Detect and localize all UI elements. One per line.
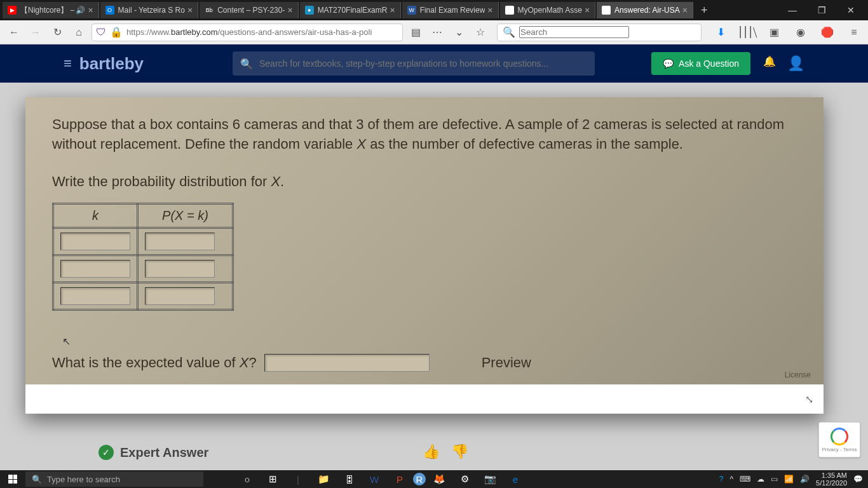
maximize-button[interactable]: ❐ <box>807 0 836 20</box>
question-image: ↖ Suppose that a box contains 6 cameras … <box>25 97 824 384</box>
ublock-icon[interactable]: 🛑 <box>818 24 836 41</box>
browser-tabstrip: ▶【Nightcore】 –🔊×OMail - Yetzeira S Ro×Bb… <box>0 0 868 20</box>
tab-close-icon[interactable]: × <box>487 5 492 15</box>
ask-question-button[interactable]: 💬 Ask a Question <box>651 52 750 75</box>
input-k-1[interactable] <box>60 233 130 250</box>
camera-icon[interactable]: 📷 <box>478 470 502 488</box>
firefox-icon[interactable]: 🦊 <box>427 470 451 488</box>
search-icon: 🔍 <box>503 26 515 38</box>
cortana-icon[interactable]: ○ <box>235 470 259 488</box>
hamburger-icon[interactable]: ≡ <box>64 55 72 72</box>
license-label: License <box>785 370 811 379</box>
collapse-icon[interactable]: ⤡ <box>805 393 813 405</box>
battery-icon[interactable]: ▭ <box>771 475 778 484</box>
browser-tab[interactable]: OMail - Yetzeira S Ro× <box>100 2 199 18</box>
settings-icon[interactable]: ⚙ <box>452 470 477 488</box>
audio-icon[interactable]: 🔊 <box>76 6 85 15</box>
browser-tab[interactable]: bAnswered: Air-USA× <box>597 2 693 18</box>
site-search-input[interactable] <box>259 58 587 69</box>
bell-icon[interactable]: 🔔 <box>763 55 776 72</box>
back-button[interactable]: ← <box>5 24 23 41</box>
browser-tab[interactable]: ▶【Nightcore】 –🔊× <box>3 2 99 18</box>
recaptcha-text: Privacy - Terms <box>822 447 857 452</box>
tab-close-icon[interactable]: × <box>187 5 193 15</box>
tab-close-icon[interactable]: × <box>585 5 590 15</box>
keyboard-icon[interactable]: ⌨ <box>740 475 750 484</box>
lock-icon: 🔒 <box>110 26 123 38</box>
help-icon[interactable]: ? <box>719 475 724 484</box>
word-icon[interactable]: W <box>362 470 386 488</box>
lightbox-toolbar: ⤡ <box>25 384 824 414</box>
powerpoint-icon[interactable]: P <box>388 470 412 488</box>
library-icon[interactable]: ⎮⎮⎮⧹ <box>738 24 756 41</box>
thumbs-down-icon[interactable]: 👎 <box>451 444 468 460</box>
menu-icon[interactable]: ≡ <box>845 24 863 41</box>
tab-favicon-icon: ▶ <box>8 6 17 15</box>
url-bar[interactable]: 🛡 🔒 https://www.bartleby.com/questions-a… <box>92 24 403 41</box>
notifications-icon[interactable]: 💬 <box>853 475 863 484</box>
input-k-3[interactable] <box>60 287 130 305</box>
more-icon[interactable]: ⋯ <box>428 24 446 41</box>
home-button[interactable]: ⌂ <box>70 24 88 41</box>
edge-icon[interactable]: e <box>503 470 527 488</box>
start-button[interactable] <box>0 470 25 488</box>
check-icon: ✓ <box>98 445 114 460</box>
pocket-icon[interactable]: ⌄ <box>450 24 468 41</box>
probability-table: k P(X = k) <box>52 203 234 311</box>
recaptcha-badge[interactable]: Privacy - Terms <box>818 422 860 458</box>
tab-close-icon[interactable]: × <box>88 5 93 15</box>
browser-tab[interactable]: MMyOpenMath Asse× <box>500 2 596 18</box>
volume-icon[interactable]: 🔊 <box>800 475 810 484</box>
tab-title: Answered: Air-USA <box>614 6 680 15</box>
minimize-button[interactable]: — <box>778 0 807 20</box>
feedback-buttons: 👍 👎 <box>423 444 468 460</box>
tab-favicon-icon: M <box>505 6 514 15</box>
tray-chevron-icon[interactable]: ^ <box>729 475 733 484</box>
wifi-icon[interactable]: 📶 <box>784 475 794 484</box>
file-explorer-icon[interactable]: 📁 <box>311 470 336 488</box>
task-view-icon[interactable]: ⊞ <box>261 470 285 488</box>
tab-favicon-icon: O <box>105 6 114 15</box>
tab-title: MAT270FinalExamR <box>318 6 388 15</box>
new-tab-button[interactable]: + <box>695 4 714 17</box>
account-icon[interactable]: ◉ <box>792 24 810 41</box>
tab-close-icon[interactable]: × <box>390 5 395 15</box>
question-text-1: Suppose that a box contains 6 cameras an… <box>52 115 797 154</box>
input-p-3[interactable] <box>145 287 215 305</box>
expected-value-input[interactable] <box>264 354 430 372</box>
table-header-pk: P(X = k) <box>138 204 233 228</box>
browser-tab[interactable]: ●MAT270FinalExamR× <box>300 2 401 18</box>
reader-mode-icon[interactable]: ▤ <box>407 24 424 41</box>
cursor-icon: ↖ <box>62 336 71 348</box>
tab-close-icon[interactable]: × <box>682 5 688 15</box>
downloads-icon[interactable]: ⬇ <box>712 24 729 41</box>
taskbar-search[interactable]: 🔍 Type here to search <box>25 471 203 487</box>
browser-search-bar[interactable]: 🔍 <box>497 24 702 41</box>
ask-question-label: Ask a Question <box>679 58 739 69</box>
tab-close-icon[interactable]: × <box>287 5 292 15</box>
taskbar-clock[interactable]: 1:35 AM 5/12/2020 <box>816 471 847 487</box>
tab-favicon-icon: ● <box>305 6 314 15</box>
input-k-2[interactable] <box>60 260 130 278</box>
cloud-icon[interactable]: ☁ <box>757 475 764 484</box>
bookmark-star-icon[interactable]: ☆ <box>471 24 489 41</box>
brand-logo[interactable]: bartleby <box>79 54 144 74</box>
reload-button[interactable]: ↻ <box>48 24 66 41</box>
preview-button[interactable]: Preview <box>482 355 531 371</box>
browser-tab[interactable]: BbContent – PSY-230-× <box>200 2 298 18</box>
site-search-bar[interactable]: 🔍 <box>233 51 595 76</box>
r-icon[interactable]: R <box>413 473 426 485</box>
browser-search-input[interactable] <box>519 26 629 38</box>
profile-icon[interactable]: 👤 <box>787 55 804 72</box>
tab-favicon-icon: b <box>602 6 611 15</box>
sidebar-icon[interactable]: ▣ <box>765 24 783 41</box>
image-lightbox: ↖ Suppose that a box contains 6 cameras … <box>25 97 824 414</box>
browser-tab[interactable]: WFinal Exam Review× <box>402 2 499 18</box>
forward-button[interactable]: → <box>27 24 44 41</box>
input-p-2[interactable] <box>145 260 215 278</box>
close-window-button[interactable]: ✕ <box>836 0 865 20</box>
input-p-1[interactable] <box>145 233 215 250</box>
shield-icon: 🛡 <box>96 27 106 38</box>
app-icon[interactable]: 🎛 <box>337 470 361 488</box>
thumbs-up-icon[interactable]: 👍 <box>423 444 440 460</box>
